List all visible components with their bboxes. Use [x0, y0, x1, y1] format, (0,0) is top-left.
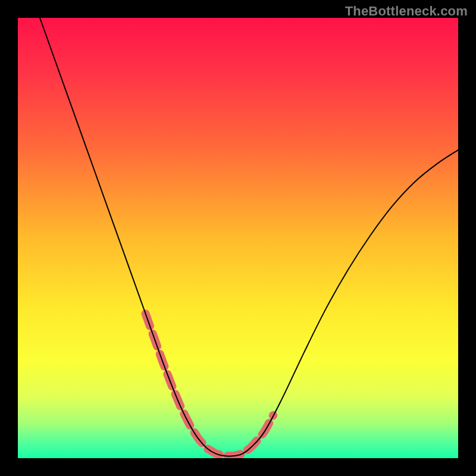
curve-layer: [18, 18, 458, 458]
bottleneck-curve: [40, 18, 458, 456]
curve-highlight: [146, 314, 274, 456]
plot-area: [18, 18, 458, 458]
chart-frame: TheBottleneck.com: [0, 0, 476, 476]
watermark-text: TheBottleneck.com: [345, 4, 468, 19]
